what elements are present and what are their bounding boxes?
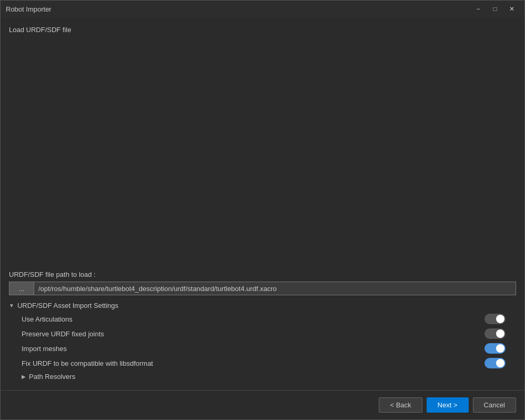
- cancel-button[interactable]: Cancel: [473, 397, 516, 413]
- settings-section: ▼ URDF/SDF Asset Import Settings Use Art…: [9, 302, 516, 381]
- minimize-button[interactable]: −: [471, 4, 486, 14]
- titlebar: Robot Importer − □ ✕: [1, 1, 524, 17]
- chevron-down-icon: ▼: [9, 303, 14, 308]
- browse-button[interactable]: ...: [9, 282, 34, 295]
- next-button[interactable]: Next >: [427, 397, 469, 413]
- setting-label-fixed-joints: Preserve URDF fixed joints: [22, 330, 104, 338]
- file-path-label: URDF/SDF file path to load :: [9, 271, 516, 278]
- toggle-import-meshes[interactable]: [484, 343, 506, 354]
- close-button[interactable]: ✕: [504, 4, 519, 14]
- titlebar-controls: − □ ✕: [471, 4, 519, 14]
- titlebar-title: Robot Importer: [6, 5, 52, 13]
- toggle-fixed-joints[interactable]: [484, 328, 506, 339]
- back-button[interactable]: < Back: [379, 397, 422, 413]
- setting-label-articulations: Use Articulations: [22, 315, 73, 323]
- bottom-section: URDF/SDF file path to load : ... ▼ URDF/…: [9, 271, 516, 390]
- path-resolvers-row[interactable]: ▶ Path Resolvers: [22, 373, 516, 381]
- empty-space: [9, 42, 516, 271]
- footer: < Back Next > Cancel: [1, 390, 524, 419]
- main-window: Robot Importer − □ ✕ Load URDF/SDF file …: [0, 0, 525, 420]
- maximize-button[interactable]: □: [488, 4, 502, 14]
- setting-label-import-meshes: Import meshes: [22, 345, 67, 353]
- setting-row-fix-urdf: Fix URDF to be compatible with libsdform…: [22, 358, 516, 368]
- chevron-right-icon: ▶: [22, 374, 26, 379]
- toggle-fix-urdf[interactable]: [484, 358, 506, 368]
- toggle-articulations[interactable]: [484, 314, 506, 324]
- settings-items: Use Articulations Preserve URDF fixed jo…: [9, 314, 516, 381]
- file-path-input[interactable]: [34, 282, 516, 295]
- content-area: Load URDF/SDF file URDF/SDF file path to…: [1, 17, 524, 390]
- setting-row-fixed-joints: Preserve URDF fixed joints: [22, 328, 516, 339]
- setting-row-import-meshes: Import meshes: [22, 343, 516, 354]
- page-title: Load URDF/SDF file: [9, 26, 516, 34]
- file-path-row: ...: [9, 282, 516, 295]
- path-resolvers-label: Path Resolvers: [29, 373, 75, 381]
- setting-label-fix-urdf: Fix URDF to be compatible with libsdform…: [22, 359, 153, 367]
- settings-header[interactable]: ▼ URDF/SDF Asset Import Settings: [9, 302, 516, 309]
- content-wrapper: URDF/SDF file path to load : ... ▼ URDF/…: [9, 42, 516, 390]
- setting-row-articulations: Use Articulations: [22, 314, 516, 324]
- settings-title: URDF/SDF Asset Import Settings: [17, 302, 118, 309]
